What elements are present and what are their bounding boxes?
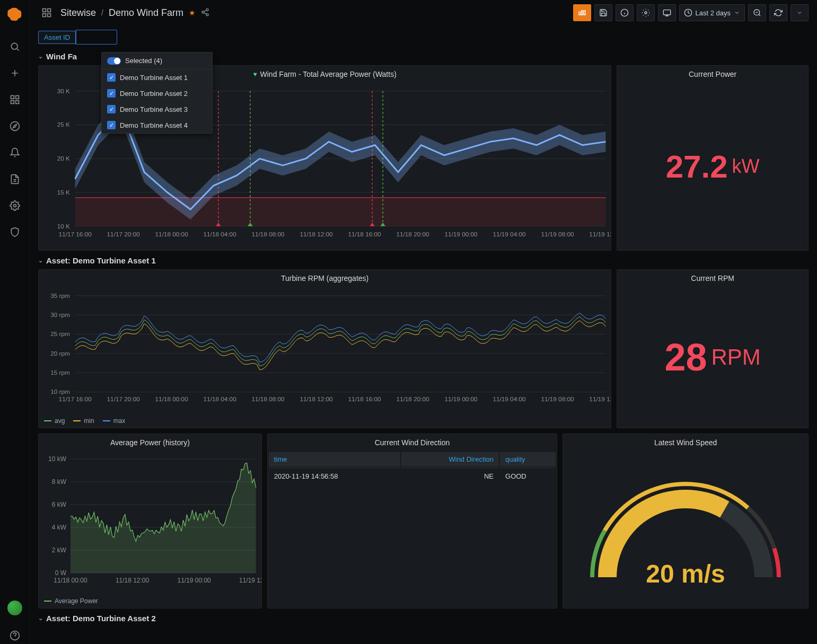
breadcrumb-page[interactable]: Demo Wind Farm xyxy=(109,7,183,19)
cell-quality: GOOD xyxy=(500,467,556,484)
option-label: Demo Turbine Asset 2 xyxy=(120,90,188,98)
svg-text:11/19 12:00: 11/19 12:00 xyxy=(239,577,261,584)
variable-bar: Asset ID Selected (4) ✓Demo Turbine Asse… xyxy=(30,25,817,45)
svg-text:30 K: 30 K xyxy=(57,87,70,94)
svg-text:11/18 04:00: 11/18 04:00 xyxy=(204,395,237,402)
add-panel-button[interactable] xyxy=(573,4,591,21)
configuration-icon[interactable] xyxy=(6,197,23,214)
svg-text:11/19 00:00: 11/19 00:00 xyxy=(444,231,478,237)
svg-rect-2 xyxy=(15,96,19,99)
avg-power-legend: Average Power xyxy=(39,594,261,608)
checkbox-icon: ✓ xyxy=(107,73,116,82)
dropdown-header[interactable]: Selected (4) xyxy=(102,52,212,69)
plus-icon[interactable] xyxy=(6,65,23,82)
svg-text:11/18 12:00: 11/18 12:00 xyxy=(300,231,333,237)
svg-rect-10 xyxy=(43,14,46,17)
svg-text:11/19 08:00: 11/19 08:00 xyxy=(541,231,574,237)
time-range-button[interactable]: Last 2 days xyxy=(679,4,745,21)
stat-value: 28 xyxy=(664,336,707,379)
panel-turbine-rpm[interactable]: Turbine RPM (aggregates) 10 rpm15 rpm20 … xyxy=(38,269,611,428)
breadcrumb-root[interactable]: Sitewise xyxy=(60,7,96,19)
refresh-button[interactable] xyxy=(769,4,787,21)
cell-direction: NE xyxy=(401,467,499,484)
svg-text:11/18 12:00: 11/18 12:00 xyxy=(116,577,150,584)
svg-text:25 K: 25 K xyxy=(57,121,70,128)
explore-icon[interactable] xyxy=(6,118,23,135)
info-button[interactable] xyxy=(616,4,634,21)
table-header[interactable]: Wind Direction xyxy=(401,452,499,466)
main-area: Sitewise / Demo Wind Farm ★ Last 2 days … xyxy=(30,0,817,644)
svg-text:11/18 00:00: 11/18 00:00 xyxy=(155,395,189,402)
table-header[interactable]: quality xyxy=(500,452,556,466)
svg-text:11/18 08:00: 11/18 08:00 xyxy=(252,395,285,402)
save-button[interactable] xyxy=(594,4,612,21)
svg-rect-42 xyxy=(75,198,606,226)
checkbox-icon: ✓ xyxy=(107,89,116,98)
table-header[interactable]: time xyxy=(269,452,400,466)
panel-current-power[interactable]: Current Power 27.2 kW xyxy=(617,65,809,251)
svg-text:11/17 20:00: 11/17 20:00 xyxy=(107,231,140,237)
checkbox-icon: ✓ xyxy=(107,121,116,129)
legend-label: Average Power xyxy=(55,597,98,605)
zoom-out-button[interactable] xyxy=(748,4,766,21)
panel-title-text: Turbine RPM (aggregates) xyxy=(281,274,368,283)
svg-text:11/18 16:00: 11/18 16:00 xyxy=(348,395,381,402)
dashboards-icon[interactable] xyxy=(6,91,23,108)
topbar: Sitewise / Demo Wind Farm ★ Last 2 days xyxy=(30,0,817,25)
chevron-down-icon: ⌄ xyxy=(38,257,43,264)
svg-text:10 K: 10 K xyxy=(57,223,70,230)
variable-label: Asset ID xyxy=(38,31,76,44)
svg-text:11/19 08:00: 11/19 08:00 xyxy=(541,395,574,402)
svg-point-6 xyxy=(13,205,16,207)
dashboard-grid-icon[interactable] xyxy=(38,4,55,21)
svg-text:11/19 00:00: 11/19 00:00 xyxy=(177,577,211,584)
panel-current-rpm[interactable]: Current RPM 28 RPM xyxy=(617,269,809,428)
legend-label: min xyxy=(84,417,94,425)
rpm-legend: avg min max xyxy=(39,414,611,428)
svg-text:11/18 20:00: 11/18 20:00 xyxy=(396,231,429,237)
reports-icon[interactable] xyxy=(6,171,23,188)
dropdown-option[interactable]: ✓Demo Turbine Asset 3 xyxy=(102,101,212,117)
svg-text:20 rpm: 20 rpm xyxy=(50,350,70,357)
shield-icon[interactable] xyxy=(6,224,23,241)
alerting-icon[interactable] xyxy=(6,144,23,161)
svg-text:20 K: 20 K xyxy=(57,155,70,162)
cell-time: 2020-11-19 14:56:58 xyxy=(269,467,400,484)
avg-power-chart: 0 W2 kW4 kW6 kW8 kW10 kW 11/18 00:0011/1… xyxy=(39,451,261,594)
breadcrumb-separator: / xyxy=(101,8,103,17)
star-icon[interactable]: ★ xyxy=(189,8,196,17)
svg-text:11/18 04:00: 11/18 04:00 xyxy=(204,231,237,237)
tv-mode-button[interactable] xyxy=(658,4,676,21)
svg-rect-11 xyxy=(48,14,51,17)
svg-text:11/18 16:00: 11/18 16:00 xyxy=(348,231,381,237)
variable-input[interactable] xyxy=(76,30,117,45)
panel-wind-speed[interactable]: Latest Wind Speed 20 m/s xyxy=(563,434,809,608)
svg-rect-1 xyxy=(11,96,14,99)
svg-text:8 kW: 8 kW xyxy=(52,478,67,486)
stat-unit: kW xyxy=(732,155,760,178)
panel-wind-direction[interactable]: Current Wind Direction time Wind Directi… xyxy=(267,434,558,608)
option-label: Demo Turbine Asset 3 xyxy=(120,105,188,113)
svg-text:11/19 04:00: 11/19 04:00 xyxy=(493,395,526,402)
dropdown-option[interactable]: ✓Demo Turbine Asset 4 xyxy=(102,117,212,133)
grafana-logo-icon[interactable] xyxy=(6,6,23,23)
checkbox-icon: ✓ xyxy=(107,105,116,113)
row-header-asset2[interactable]: ⌄ Asset: Demo Turbine Asset 2 xyxy=(38,608,809,627)
svg-text:11/18 20:00: 11/18 20:00 xyxy=(396,395,429,402)
dropdown-option[interactable]: ✓Demo Turbine Asset 2 xyxy=(102,85,212,101)
chevron-down-icon: ⌄ xyxy=(38,53,43,60)
row-header-asset1[interactable]: ⌄ Asset: Demo Turbine Asset 1 xyxy=(38,251,809,269)
variable-dropdown: Selected (4) ✓Demo Turbine Asset 1 ✓Demo… xyxy=(101,52,213,134)
help-icon[interactable] xyxy=(6,627,23,644)
panel-title-text: Current Wind Direction xyxy=(375,438,450,447)
settings-button[interactable] xyxy=(637,4,655,21)
gauge-value: 20 m/s xyxy=(646,560,725,588)
panel-title-text: Wind Farm - Total Average Power (Watts) xyxy=(260,70,397,78)
refresh-interval-button[interactable] xyxy=(790,4,809,21)
select-all-toggle[interactable] xyxy=(107,57,121,65)
panel-avg-power-history[interactable]: Average Power (history) 0 W2 kW4 kW6 kW8… xyxy=(38,434,262,608)
dropdown-option[interactable]: ✓Demo Turbine Asset 1 xyxy=(102,69,212,85)
search-icon[interactable] xyxy=(6,38,23,55)
user-avatar[interactable] xyxy=(7,601,22,615)
share-icon[interactable] xyxy=(201,8,209,18)
